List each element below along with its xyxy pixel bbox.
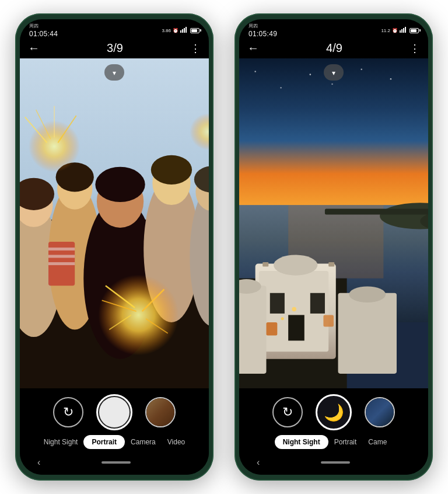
- status-time-1: 01:05:44: [29, 30, 58, 38]
- rotate-icon-2: ↻: [282, 405, 293, 420]
- header-bar-1: ← 3/9 ⋮: [20, 39, 209, 58]
- svg-rect-68: [323, 315, 334, 326]
- moon-icon: 🌙: [324, 403, 344, 422]
- mode-camera-1[interactable]: Camera: [125, 435, 162, 449]
- status-day-1: 周四: [29, 23, 58, 29]
- svg-rect-67: [266, 322, 277, 336]
- mode-camera-2[interactable]: Came: [362, 435, 393, 449]
- nav-back-2[interactable]: ‹: [257, 457, 260, 468]
- back-button-2[interactable]: ←: [247, 41, 259, 55]
- nav-back-1[interactable]: ‹: [37, 457, 40, 468]
- svg-rect-71: [262, 262, 268, 267]
- svg-point-66: [349, 286, 386, 302]
- dropdown-arrow-icon-2: ▾: [332, 69, 335, 77]
- header-bar-2: ← 4/9 ⋮: [239, 39, 428, 58]
- menu-button-2[interactable]: ⋮: [410, 42, 420, 55]
- svg-rect-61: [310, 293, 325, 314]
- svg-rect-3: [186, 27, 187, 33]
- camera-buttons-2: ↻ 🌙: [272, 394, 395, 430]
- svg-rect-65: [338, 293, 397, 374]
- svg-rect-1: [182, 29, 183, 33]
- network-speed-1: 3.86: [162, 28, 171, 33]
- battery-icon-2: [410, 28, 419, 33]
- svg-point-51: [331, 84, 333, 85]
- gallery-thumbnail-2[interactable]: [365, 397, 395, 427]
- shutter-inner-1: [99, 397, 130, 427]
- mode-night-sight-1[interactable]: Night Sight: [38, 435, 84, 449]
- svg-rect-34: [48, 248, 75, 251]
- network-speed-2: 11.2: [381, 28, 390, 33]
- svg-rect-60: [270, 293, 285, 314]
- photo-area-2: ▾: [239, 58, 428, 388]
- menu-button-1[interactable]: ⋮: [190, 42, 201, 55]
- sunset-photo: [239, 58, 428, 388]
- rotate-icon-1: ↻: [63, 405, 74, 420]
- photo-svg-2: [239, 58, 428, 388]
- camera-controls-2: ↻ 🌙 Night Sight Portrait Came: [239, 388, 428, 454]
- rotate-camera-button-1[interactable]: ↻: [53, 397, 83, 427]
- status-icons-2: 11.2 ⏰: [381, 27, 419, 34]
- status-left-2: 周四 01:05:49: [249, 23, 277, 38]
- svg-rect-72: [328, 262, 334, 267]
- svg-rect-35: [48, 255, 75, 258]
- shutter-button-2[interactable]: 🌙: [316, 394, 352, 430]
- svg-rect-39: [403, 28, 404, 33]
- phone-2: 周四 01:05:49 11.2 ⏰ ← 4/9 ⋮: [229, 8, 439, 486]
- svg-rect-40: [405, 27, 406, 33]
- svg-rect-62: [288, 315, 304, 340]
- battery-icon-1: [190, 28, 200, 33]
- nav-indicator-2: [321, 461, 350, 464]
- svg-rect-38: [401, 29, 402, 33]
- svg-rect-63: [239, 286, 266, 374]
- rotate-camera-button-2[interactable]: ↻: [272, 397, 303, 427]
- svg-point-59: [274, 255, 317, 275]
- modes-row-2: Night Sight Portrait Came: [239, 435, 428, 449]
- svg-point-52: [360, 69, 362, 71]
- gallery-thumbnail-1[interactable]: [145, 397, 176, 427]
- status-time-2: 01:05:49: [249, 30, 277, 38]
- dropdown-arrow-icon-1: ▾: [113, 69, 116, 77]
- mode-video-1[interactable]: Video: [162, 435, 191, 449]
- phone-1: 周四 01:05:44 3.86 ⏰ ← 3/9 ⋮: [9, 8, 219, 486]
- mode-portrait-1[interactable]: Portrait: [83, 435, 125, 449]
- svg-point-53: [390, 78, 392, 80]
- status-left-1: 周四 01:05:44: [29, 23, 58, 38]
- svg-rect-0: [180, 30, 181, 33]
- status-day-2: 周四: [249, 23, 277, 29]
- phone-screen-1: 周四 01:05:44 3.86 ⏰ ← 3/9 ⋮: [20, 19, 209, 475]
- nav-indicator-1: [102, 461, 131, 464]
- signal-icon-2: [400, 27, 408, 34]
- status-bar-1: 周四 01:05:44 3.86 ⏰: [20, 19, 209, 39]
- sparkler-photo: [20, 58, 209, 388]
- svg-point-14: [95, 167, 145, 202]
- camera-controls-1: ↻ Night Sight Portrait Camera: [20, 388, 209, 454]
- back-button-1[interactable]: ←: [28, 41, 40, 55]
- camera-buttons-1: ↻: [53, 394, 176, 430]
- phone-shell-1: 周四 01:05:44 3.86 ⏰ ← 3/9 ⋮: [15, 13, 214, 481]
- svg-rect-2: [184, 28, 185, 33]
- phone-screen-2: 周四 01:05:49 11.2 ⏰ ← 4/9 ⋮: [239, 19, 428, 475]
- signal-icon-1: [180, 27, 188, 34]
- mode-night-sight-2[interactable]: Night Sight: [275, 435, 328, 449]
- mode-portrait-2[interactable]: Portrait: [328, 435, 363, 449]
- dropdown-button-1[interactable]: ▾: [104, 64, 124, 81]
- bottom-nav-2: ‹: [239, 454, 428, 475]
- status-bar-2: 周四 01:05:49 11.2 ⏰: [239, 19, 428, 39]
- shutter-button-1[interactable]: [96, 394, 132, 430]
- thumbnail-image-2: [366, 398, 394, 426]
- dropdown-button-2[interactable]: ▾: [324, 64, 344, 81]
- clock-icon-2: ⏰: [392, 28, 398, 33]
- svg-point-69: [292, 307, 296, 312]
- svg-rect-46: [325, 208, 428, 214]
- svg-point-50: [310, 74, 312, 75]
- svg-point-70: [281, 317, 284, 320]
- bottom-nav-1: ‹: [20, 454, 209, 475]
- clock-icon-1: ⏰: [173, 28, 178, 33]
- modes-row-1: Night Sight Portrait Camera Video: [20, 435, 209, 449]
- svg-point-17: [151, 155, 192, 185]
- svg-point-49: [280, 87, 282, 89]
- photo-area-1: ▾: [20, 58, 209, 388]
- status-icons-1: 3.86 ⏰: [162, 27, 200, 34]
- svg-rect-36: [48, 262, 75, 265]
- photo-counter-1: 3/9: [107, 41, 123, 55]
